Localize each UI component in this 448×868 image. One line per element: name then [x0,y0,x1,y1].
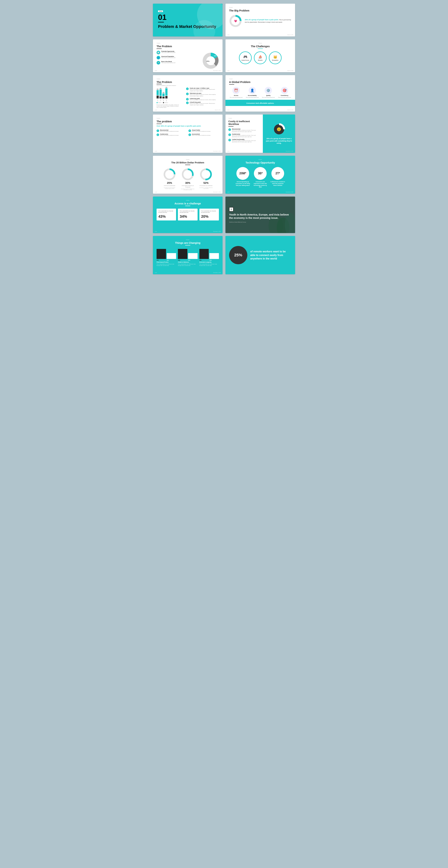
problem-title-1: Disconnected [160,129,179,131]
legend-icon-2: 👥 [157,56,160,59]
slide-3-title: The Problem [157,45,219,48]
slide-8: Tema Costly & Inefficient Workflow 1 Dis… [225,115,295,153]
key-point-2: 2 Outcomes are poor Morbi a erat sagitti… [186,93,219,97]
slide-3: Tema The Problem 📊 Potential Opportunity… [153,39,223,72]
changing-label-3: Extended Longevity [199,261,219,263]
legend-icon-3: 🌍 [157,61,160,65]
global-icon-accountability: 👤 Accountability This is just some dummy… [245,87,259,98]
problem-2: 2 Cumbersome Morbi a erat sagittis, tinc… [157,133,187,136]
gear-icon: ⚙️ [265,87,272,94]
slide-1-underline [158,22,164,23]
kp-desc-1: Morbi a erat sagittis, tincidunt est sit… [190,89,219,92]
kp-title-3: A third key point [190,98,216,99]
tech-circle-2t: 2T* [271,167,284,180]
legend-title-1: Potential Opportunity [161,51,175,52]
slide-5-footer: Level March 6, 2017 [155,110,221,111]
changing-bars-3 [199,248,219,259]
changing-desc-1: This is placeholder text. Build your cas… [157,264,176,266]
legend-item-2: 👥 Unserved Population This is just some … [157,56,198,59]
stat-30-source: According to the World Wildlife Fund, wo… [181,189,195,190]
legend-item-1: 📊 Potential Opportunity This is just som… [157,51,198,54]
slide-8-items: 1 Disconnected Morbi a erat sagittis, ti… [228,128,260,143]
slide-4-underline [258,49,263,49]
slide-13-underline [185,245,190,245]
svg-text:15%: 15% [214,55,217,57]
legend-icon-1: 📊 [157,51,160,54]
slide-8-donut: 😐 [273,123,285,136]
slide-12-content: 2 Youth in North America, Europe, and As… [225,196,295,233]
stat-52-source: According to a reputable well-known sour… [199,187,213,189]
slide-2-footer: Level March 9, 2018 [227,34,293,35]
slide-3-tag: Tema [157,43,219,44]
slide-5: Tema The Problem State the problem in on… [153,75,223,112]
slide-2-donut: 💗 [229,14,242,27]
slide-6-underline [229,84,234,85]
kp-desc-4: Morbi a erat sagittis, tincidunt est sit… [190,103,219,105]
changing-item-1: 43% 25% Plant-based Protein This is plac… [157,248,176,266]
access-card-34: This is placeholder text. Describe the p… [178,209,197,220]
stat-25: 25% of Fish are Contaminated According t… [162,168,177,190]
stat-52-pct: 52% [203,181,209,184]
changing-desc-2: This is placeholder text. Build your cas… [178,264,197,266]
global-label-quality: Quality [266,95,270,96]
global-desc-accountability: This is just some dummy text [246,97,259,98]
slide-2-footer-right: March 9, 2018 [287,34,293,35]
gamepad-icon: 🎮 [243,55,247,59]
slide-13-footer: Level November 9, 2018 [155,272,221,273]
slide-8-tag: Tema [228,118,260,119]
stat-30: 30% of the World's Fisheries are Threate… [181,168,195,190]
slide-3-pie: 25% 15% 60% [201,51,219,69]
access-cards-row: This is placeholder text. Describe the p… [157,209,219,220]
slide-5-footer-text: Put your source here. Morbi a erat sagit… [157,104,184,108]
slide-5-keypoints: 1 Costs are crazy > 2 trillion / year Mo… [186,88,219,108]
challenge-2-label: Rewards [258,60,262,61]
slide-5-barchart: 28% 36% 16% 40% [157,88,184,108]
slide-12-quote: Youth in North America, Europe, and Asia… [229,213,291,220]
changing-item-2: 43% 25% Health & Wellness This is placeh… [178,248,197,266]
key-point-4: 4 A fourth key point Morbi a erat sagitt… [186,101,219,105]
global-banner: Consumers lack affordable options. [225,100,295,106]
key-point-3: 3 A third key point Morbi a erat sagitti… [186,98,219,101]
slide-6-title: A Global Problem [229,81,291,84]
tech-label-3b: Consumers are expected to enter this tec… [253,181,267,188]
slide-14: 25% of remote workers want to be able to… [225,236,295,274]
slide-3-underline [157,49,162,49]
slide-8-underline [228,126,233,127]
slide-2-icon: 💗 [234,20,237,23]
svg-text:60%: 60% [212,64,215,65]
svg-text:25%: 25% [206,60,210,62]
slide-8-item-1: 1 Disconnected Morbi a erat sagittis, ti… [228,128,260,132]
slide-11-title: Access is a challenge [157,202,219,205]
slide-3-footer-left: Level [155,70,157,71]
bar-group-1: 28% [157,89,159,98]
slide-7: Tema The problem Over 25% of a group of … [153,115,223,153]
tech-circle-20m: 20M* [236,167,249,180]
global-banner-text: Consumers lack affordable options. [246,102,274,104]
problem-title-4: Inconvenient [192,133,211,135]
global-label-consistency: Consistency [281,95,288,96]
slide-3-legend: 📊 Potential Opportunity This is just som… [157,51,198,69]
slide-11-underline [185,206,190,206]
changing-bars-2 [178,248,197,259]
slide-5-subtitle: State the problem in one short sentence. [157,85,219,86]
slide-4-tag: Tema [229,43,291,44]
tech-stat-3b: 3B* Consumers are expected to enter this… [253,167,267,188]
bars-row: 28% 36% 16% 40% [157,88,184,98]
global-desc-quality: This is just some dummy text [262,97,275,98]
changing-item-3: 43% 25% Extended Longevity This is place… [199,248,219,266]
stat-52: 52% of Consumers are Uniformed According… [199,168,213,190]
problem-4: 4 Inconvenient Morbi a erat sagittis, ti… [188,133,219,136]
access-card-34-pct: 34% [180,214,196,219]
tech-stat-20m: 20M* Annual Spending by consumers on the… [235,167,250,188]
access-card-34-text: This is placeholder text. Describe the p… [180,211,196,213]
slide-4-title: The Challenges [229,45,291,48]
challenges-row: 🎮 Instant Access ⛵ Rewards 👑 Recognition [229,52,291,64]
slide-5-tag: Tema [157,79,219,80]
kp-desc-2: Morbi a erat sagittis, tincidunt est sit… [190,94,219,97]
slide-8-right: 😐 25% of a group of people have a pain p… [263,115,295,153]
problem-desc-3: Morbi a erat sagittis, tincidunt est sit… [192,131,211,132]
slide-14-pct: 25% [229,246,247,264]
slide-7-tag: Tema [157,118,219,119]
stat-52-desc: of Consumers are Uniformed [199,185,213,187]
slide-2-tag: Tema [229,7,291,8]
